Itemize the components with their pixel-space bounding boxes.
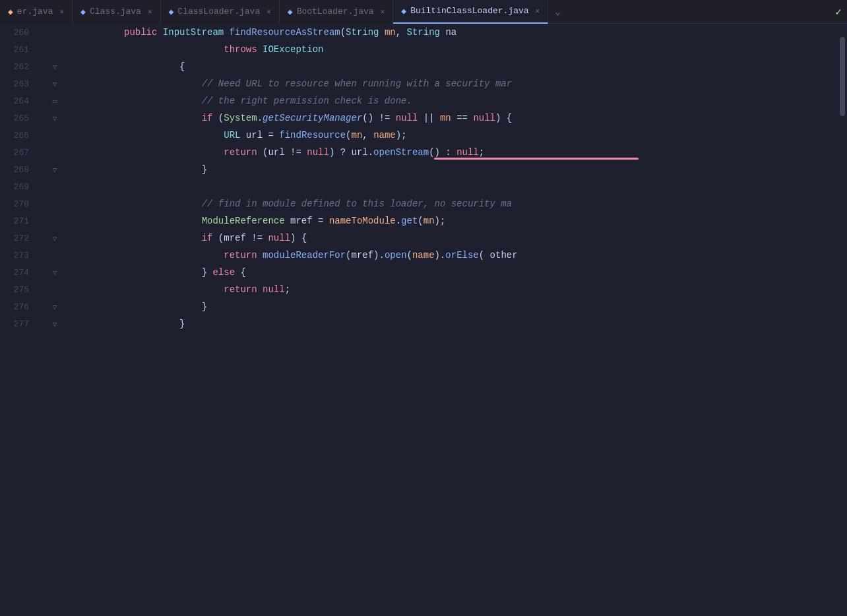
code-line-260: public InputStream findResourceAsStream(… — [124, 24, 838, 41]
code-plain: ( — [340, 24, 346, 41]
type-string: String — [346, 24, 379, 41]
fold-icon[interactable]: ▭ — [49, 95, 61, 107]
line-row-261: 261 — [0, 41, 119, 58]
tab-label: er.java — [17, 7, 53, 16]
line-row-262: 262 ▽ — [0, 58, 119, 75]
fold-icon[interactable]: ▽ — [49, 61, 61, 73]
method-getsecuritymanager: getSecurityManager — [263, 109, 362, 127]
close-icon[interactable]: ✕ — [381, 7, 385, 16]
line-number: 263 — [0, 79, 37, 89]
class-modulereference: ModuleReference — [202, 212, 285, 230]
fold-icon[interactable]: ▽ — [49, 318, 61, 330]
checkmark-icon: ✓ — [835, 5, 842, 18]
java-file-icon: ◆ — [288, 7, 293, 17]
code-line-277: } — [124, 315, 838, 332]
comment-270: // find in module defined to this loader… — [202, 195, 512, 212]
param-mn: mn — [385, 24, 396, 41]
java-file-icon: ◆ — [401, 6, 406, 16]
method-orelse: orElse — [445, 247, 478, 264]
code-line-270: // find in module defined to this loader… — [124, 195, 838, 212]
line-number: 266 — [0, 131, 37, 140]
method-get: get — [401, 212, 418, 230]
line-number: 260 — [0, 28, 37, 38]
keyword-return-2: return — [224, 247, 257, 264]
line-row-265: 265 ▽ — [0, 109, 119, 127]
line-number: 270 — [0, 199, 37, 209]
code-line-265: if (System.getSecurityManager() != null … — [124, 109, 838, 127]
scrollbar-thumb[interactable] — [840, 37, 845, 116]
tab-builtinclassloader-java[interactable]: ◆ BuiltinClassLoader.java ✕ — [393, 0, 548, 24]
fold-icon[interactable]: ▽ — [49, 112, 61, 124]
close-icon[interactable]: ✕ — [536, 7, 540, 15]
line-number: 262 — [0, 62, 37, 72]
method-findresource: findResource — [279, 127, 346, 144]
java-file-icon: ◆ — [169, 7, 174, 17]
line-gutter: 260 261 262 ▽ 263 ▽ 264 ▭ 265 — [0, 24, 119, 616]
type-ioexception: IOException — [263, 41, 323, 58]
tab-bootloader-java[interactable]: ◆ BootLoader.java ✕ — [280, 0, 393, 24]
tab-er-java[interactable]: ◆ er.java ✕ — [0, 0, 73, 24]
line-row-266: 266 — [0, 127, 119, 144]
line-row-272: 272 ▽ — [0, 230, 119, 247]
fold-icon[interactable]: ▽ — [49, 266, 61, 278]
line-row-263: 263 ▽ — [0, 75, 119, 92]
line-row-268: 268 ▽ — [0, 161, 119, 178]
line-number: 267 — [0, 148, 37, 158]
tab-overflow-button[interactable]: ⌄ — [548, 6, 567, 17]
tab-label: Class.java — [90, 7, 141, 16]
tab-classloader-java[interactable]: ◆ ClassLoader.java ✕ — [161, 0, 280, 24]
close-icon[interactable]: ✕ — [148, 7, 152, 16]
line-row-277: 277 ▽ — [0, 315, 119, 332]
line-number: 271 — [0, 216, 37, 226]
code-line-271: ModuleReference mref = nameToModule.get(… — [124, 212, 838, 230]
tab-label: ClassLoader.java — [177, 7, 260, 16]
comment-264: // the right permission check is done. — [202, 92, 412, 109]
line-number: 261 — [0, 45, 37, 55]
code-line-262: { — [124, 58, 838, 75]
line-number: 264 — [0, 96, 37, 106]
keyword-throws: throws — [224, 41, 257, 58]
fold-icon[interactable]: ▽ — [49, 78, 61, 90]
tab-class-java[interactable]: ◆ Class.java ✕ — [73, 0, 160, 24]
code-line-261: throws IOException — [124, 41, 838, 58]
code-line-264: // the right permission check is done. — [124, 92, 838, 109]
class-system: System — [224, 109, 257, 127]
code-line-269 — [124, 178, 838, 195]
line-row-275: 275 — [0, 281, 119, 298]
code-line-268: } — [124, 161, 838, 178]
line-number: 273 — [0, 251, 37, 261]
line-row-270: 270 — [0, 195, 119, 212]
code-line-276: } — [124, 298, 838, 315]
chevron-down-icon: ⌄ — [555, 6, 560, 17]
code-editor: 260 261 262 ▽ 263 ▽ 264 ▭ 265 — [0, 24, 847, 616]
line-row-271: 271 — [0, 212, 119, 230]
tab-label: BootLoader.java — [297, 7, 374, 16]
code-line-266: URL url = findResource(mn, name); — [124, 127, 838, 144]
fold-icon[interactable]: ▽ — [49, 232, 61, 244]
close-icon[interactable]: ✕ — [59, 7, 64, 16]
line-row-269: 269 — [0, 178, 119, 195]
tab-label: BuiltinClassLoader.java — [410, 6, 528, 16]
code-line-263: // Need URL to resource when running wit… — [124, 75, 838, 92]
fold-icon[interactable]: ▽ — [49, 164, 61, 175]
line-number: 276 — [0, 302, 37, 312]
keyword-return-3: return — [224, 281, 257, 298]
code-line-275: return null; — [124, 281, 838, 298]
java-file-icon: ◆ — [80, 7, 86, 17]
line-row-267: 267 — [0, 144, 119, 161]
method-openstream: openStream — [373, 144, 429, 161]
line-row-264: 264 ▭ — [0, 92, 119, 109]
method-open: open — [385, 247, 407, 264]
line-number: 272 — [0, 233, 37, 243]
line-number: 268 — [0, 165, 37, 175]
code-text-area[interactable]: public InputStream findResourceAsStream(… — [119, 24, 838, 616]
param-nametomodule: nameToModule — [329, 212, 396, 230]
code-line-267: return (url != null) ? url.openStream() … — [124, 144, 838, 161]
close-icon[interactable]: ✕ — [267, 7, 271, 16]
line-row-273: 273 — [0, 247, 119, 264]
comment-263: // Need URL to resource when running wit… — [202, 75, 512, 92]
line-row-260: 260 — [0, 24, 119, 41]
scrollbar-track[interactable] — [838, 24, 847, 616]
tab-bar: ◆ er.java ✕ ◆ Class.java ✕ ◆ ClassLoader… — [0, 0, 847, 24]
fold-icon[interactable]: ▽ — [49, 301, 61, 313]
